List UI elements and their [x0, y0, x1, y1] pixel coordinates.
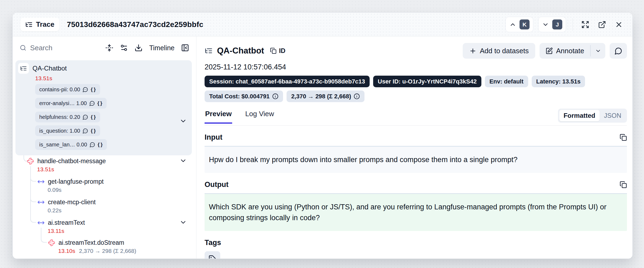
dialog-body: Timeline [13, 36, 632, 259]
tree-node-duration-row: 13.10s 2,370 → 298 (Σ 2,668) [58, 247, 136, 255]
tree-node-get-langfuse-prompt[interactable]: get-langfuse-prompt [13, 177, 196, 186]
tree-node-duration: 13.10s [58, 248, 75, 254]
trace-actions: Add to datasets Annotate [463, 43, 627, 59]
comment-icon [83, 128, 88, 134]
tags-section-header: Tags [205, 239, 627, 247]
trace-id: 75013d62668a43747ac73cd2e259bbfc [67, 20, 203, 29]
tree-node-label: ai.streamText [48, 219, 85, 226]
tree-connector [30, 166, 36, 223]
collapse-all-icon[interactable] [105, 44, 113, 52]
tab-preview[interactable]: Preview [205, 109, 232, 123]
dialog-header: Trace 75013d62668a43747ac73cd2e259bbfc K… [13, 13, 632, 36]
collapse-node-chevron[interactable] [179, 157, 187, 165]
info-icon[interactable] [272, 93, 278, 99]
tree-node-duration: 0.09s [48, 187, 61, 193]
copy-output-icon[interactable] [620, 181, 627, 188]
tree-node-root[interactable]: QA-Chatbot [18, 62, 189, 74]
comment-icon [89, 100, 95, 106]
trace-badges-row-1: Session: chat_60587aef-6baa-4973-a73c-b9… [205, 76, 627, 87]
span-icon [37, 219, 45, 226]
trace-type-label: Trace [36, 20, 54, 29]
output-content: Which SDK are you using (Python or JS/TS… [205, 193, 627, 231]
braces-icon: { } [91, 128, 96, 134]
collapse-panel-icon[interactable] [181, 44, 189, 52]
tree-node-create-mcp-client[interactable]: create-mcp-client [13, 197, 196, 207]
next-trace-button[interactable]: J [538, 17, 566, 32]
add-tag-button[interactable] [205, 251, 220, 259]
collapse-node-chevron[interactable] [179, 219, 187, 226]
page-title: QA-Chatbot [217, 46, 264, 56]
tree-node-duration-row: 13.51s [37, 166, 54, 173]
comment-icon [90, 142, 95, 148]
tree-node-ai-streamtext[interactable]: ai.streamText [13, 218, 196, 227]
plus-icon [469, 47, 477, 55]
annotate-dropdown-button[interactable] [591, 43, 605, 59]
comment-icon [83, 114, 88, 120]
detail-tabs: Preview Log View Formatted JSON [205, 109, 627, 126]
tree-node-label: get-langfuse-prompt [48, 178, 104, 185]
tree-node-tokens: 2,370 → 298 (Σ 2,668) [79, 248, 136, 254]
tree-toolbar: Timeline [13, 36, 196, 59]
user-id-badge[interactable]: User ID: u-O1rJy-YrtNCP4i7q3kS42 [373, 76, 481, 87]
score-badge-is-question[interactable]: is_question: 1.00 { } [35, 125, 100, 136]
tab-log-view[interactable]: Log View [245, 109, 275, 123]
tree-node-handle-chatbot-message[interactable]: handle-chatbot-message [13, 156, 196, 166]
tree-node-label: create-mcp-client [48, 199, 96, 206]
prev-trace-button[interactable]: K [505, 17, 533, 32]
tree-node-duration: 13.51s [37, 166, 54, 173]
braces-icon: { } [91, 114, 96, 120]
braces-icon: { } [91, 86, 96, 92]
token-usage-badge: 2,370 → 298 (Σ 2,668) [287, 91, 364, 102]
tree-node-label: QA-Chatbot [32, 65, 67, 72]
copy-id-button[interactable]: ID [270, 47, 285, 55]
trace-detail-pane: QA-Chatbot ID Add to datasets [196, 36, 632, 259]
trace-badges-row-2: Total Cost: $0.004791 2,370 → 298 (Σ 2,6… [205, 91, 627, 102]
score-badge-helpfulness[interactable]: helpfulness: 0.20 { } [35, 112, 100, 122]
copy-icon [270, 48, 277, 54]
score-badge-is-same-language[interactable]: is_same_lan… 0.00 { } [35, 139, 107, 150]
info-icon[interactable] [354, 93, 360, 99]
search-icon [20, 44, 26, 52]
score-badge-contains-pii[interactable]: contains-pii: 0.00 { } [35, 84, 100, 95]
score-badge-text: contains-pii: 0.00 [39, 86, 80, 93]
toggle-formatted[interactable]: Formatted [559, 110, 600, 121]
tree-settings-icon[interactable] [120, 44, 128, 52]
session-badge[interactable]: Session: chat_60587aef-6baa-4973-a73c-b9… [205, 76, 370, 87]
collapse-scores-chevron[interactable] [179, 117, 187, 125]
tree-node-duration: 13.11s [48, 228, 64, 234]
close-button[interactable] [613, 19, 625, 31]
kbd-k: K [520, 19, 530, 29]
tag-icon [209, 255, 216, 259]
tree-node-root-selected[interactable]: QA-Chatbot 13.51s contains-pii: 0.00 { }… [15, 60, 192, 155]
timeline-toggle[interactable]: Timeline [149, 44, 175, 52]
toggle-json[interactable]: JSON [600, 110, 626, 121]
score-badge-text: error-analysi… 1.00 [39, 100, 87, 106]
tree-node-duration: 0.22s [48, 207, 61, 214]
list-tree-icon [20, 65, 27, 72]
list-tree-icon [205, 47, 213, 55]
tree-node-ai-streamtext-dostream[interactable]: ai.streamText.doStream [13, 238, 196, 247]
token-usage-text: 2,370 → 298 (Σ 2,668) [291, 93, 351, 100]
env-badge-text: Env: default [489, 78, 524, 85]
add-to-datasets-button[interactable]: Add to datasets [463, 43, 535, 59]
comments-button[interactable] [610, 43, 627, 59]
observation-tree: QA-Chatbot 13.51s contains-pii: 0.00 { }… [13, 59, 196, 259]
env-badge: Env: default [485, 76, 528, 87]
search-input[interactable] [30, 44, 99, 52]
close-icon [615, 21, 623, 29]
kbd-j: J [552, 19, 562, 29]
comment-bubble-icon [615, 47, 622, 55]
score-badge-text: is_question: 1.00 [39, 128, 80, 134]
download-icon[interactable] [134, 44, 143, 52]
annotate-button[interactable]: Annotate [540, 43, 590, 59]
annotate-pen-icon [546, 47, 553, 55]
output-title: Output [205, 180, 228, 189]
trace-type-chip: Trace [20, 18, 59, 31]
dialog-header-actions: K J [505, 17, 625, 32]
open-in-new-tab-button[interactable] [596, 19, 608, 31]
comment-icon [83, 87, 88, 92]
app-background: Trace 75013d62668a43747ac73cd2e259bbfc K… [0, 0, 644, 268]
score-badge-error-analysis[interactable]: error-analysi… 1.00 { } [35, 98, 107, 109]
copy-input-icon[interactable] [620, 134, 627, 141]
expand-button[interactable] [579, 19, 591, 31]
